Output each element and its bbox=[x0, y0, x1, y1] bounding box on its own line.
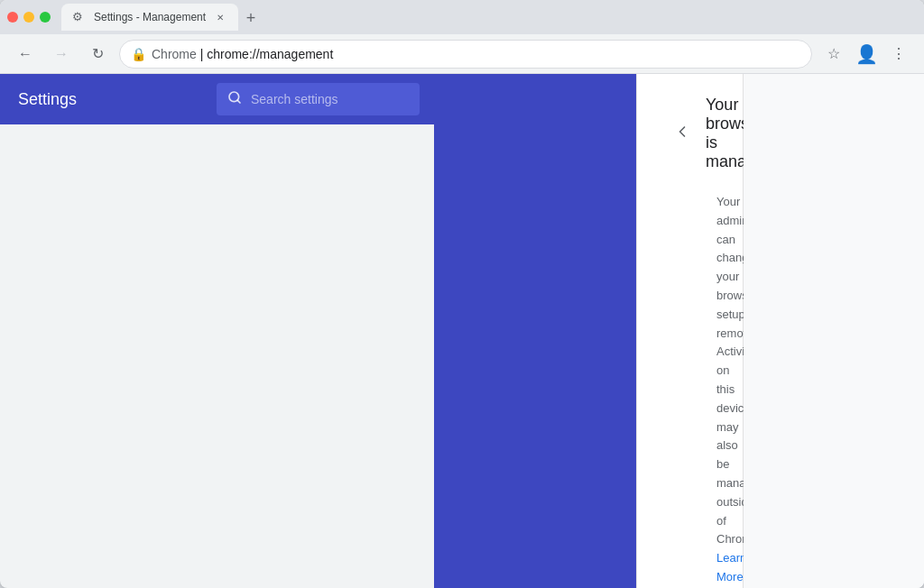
description-text-part1: Your administrator can change your brows… bbox=[716, 195, 744, 546]
settings-title: Settings bbox=[18, 90, 77, 108]
back-nav: Your browser is managed bbox=[673, 96, 707, 171]
profile-icon: 👤 bbox=[855, 43, 878, 65]
nav-bar: ← → ↻ 🔒 Chrome | chrome://management ☆ 👤 bbox=[0, 34, 924, 74]
refresh-icon: ↻ bbox=[92, 45, 104, 62]
new-tab-icon: + bbox=[246, 9, 256, 28]
profile-button[interactable]: 👤 bbox=[852, 40, 881, 69]
content-panel: Your browser is managed Your administrat… bbox=[636, 74, 744, 588]
svg-line-1 bbox=[237, 100, 240, 103]
bookmark-button[interactable]: ☆ bbox=[819, 40, 848, 69]
address-bar[interactable]: 🔒 Chrome | chrome://management bbox=[119, 40, 812, 69]
search-input[interactable] bbox=[251, 92, 409, 106]
lock-icon: 🔒 bbox=[131, 47, 146, 61]
search-icon bbox=[227, 90, 242, 108]
search-container[interactable] bbox=[217, 83, 420, 115]
back-icon: ← bbox=[18, 46, 32, 62]
right-panel bbox=[744, 74, 924, 588]
menu-icon: ⋮ bbox=[892, 45, 906, 62]
sidebar-title-area: Settings bbox=[0, 90, 202, 109]
tab-favicon-icon: ⚙ bbox=[72, 10, 87, 24]
chrome-label: Chrome bbox=[152, 47, 197, 61]
back-arrow-button[interactable] bbox=[673, 119, 691, 148]
forward-button[interactable]: → bbox=[47, 40, 76, 69]
address-text: Chrome | chrome://management bbox=[152, 47, 333, 61]
settings-sidebar bbox=[434, 74, 636, 588]
nav-right: ☆ 👤 ⋮ bbox=[819, 40, 913, 69]
main-content: Your browser is managed Your administrat… bbox=[636, 74, 744, 588]
learn-more-link[interactable]: Learn More bbox=[716, 551, 744, 583]
back-button[interactable]: ← bbox=[11, 40, 40, 69]
tab-title: Settings - Management bbox=[94, 11, 206, 23]
description-text: Your administrator can change your brows… bbox=[673, 193, 716, 587]
menu-button[interactable]: ⋮ bbox=[884, 40, 913, 69]
page-heading: Your browser is managed bbox=[706, 96, 744, 171]
close-window-button[interactable] bbox=[7, 12, 18, 23]
minimize-window-button[interactable] bbox=[23, 12, 34, 23]
forward-icon: → bbox=[54, 46, 69, 62]
url-text: chrome://management bbox=[207, 47, 333, 61]
window-controls bbox=[7, 12, 51, 23]
page-content: Settings bbox=[0, 74, 924, 588]
tab-close-icon: ✕ bbox=[217, 13, 224, 23]
refresh-button[interactable]: ↻ bbox=[83, 40, 112, 69]
back-arrow-icon bbox=[673, 123, 691, 145]
new-tab-button[interactable]: + bbox=[238, 5, 263, 31]
tabs-area: ⚙ Settings - Management ✕ + bbox=[58, 4, 917, 31]
active-tab[interactable]: ⚙ Settings - Management ✕ bbox=[61, 4, 238, 31]
browser-frame: ⚙ Settings - Management ✕ + ← → ↻ 🔒 Chro… bbox=[0, 0, 924, 588]
header-search-area bbox=[202, 83, 434, 115]
title-bar: ⚙ Settings - Management ✕ + bbox=[0, 0, 924, 34]
tab-close-button[interactable]: ✕ bbox=[213, 10, 227, 24]
maximize-window-button[interactable] bbox=[40, 12, 51, 23]
settings-header: Settings bbox=[0, 74, 434, 124]
management-page: Your browser is managed Your administrat… bbox=[637, 74, 743, 588]
bookmark-icon: ☆ bbox=[827, 45, 840, 62]
